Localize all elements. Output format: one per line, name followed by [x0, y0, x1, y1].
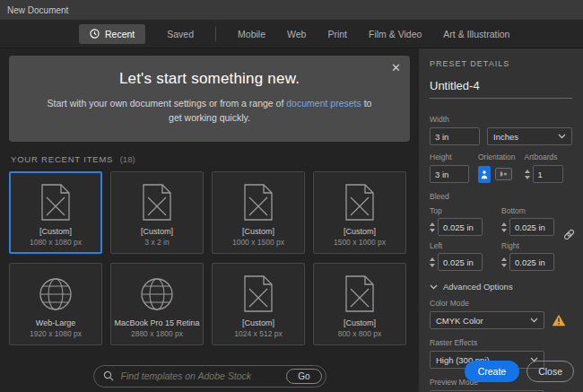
tab-saved[interactable]: Saved	[167, 29, 194, 39]
clock-icon	[90, 29, 100, 39]
window-title: New Document	[7, 5, 68, 15]
bleed-left-input[interactable]	[438, 253, 483, 271]
search-input[interactable]	[121, 370, 280, 381]
artboards-input[interactable]	[533, 165, 563, 183]
bleed-right-stepper[interactable]	[501, 257, 507, 267]
bleed-bottom-input[interactable]	[509, 218, 554, 236]
hero-subtitle: Start with your own document settings or…	[44, 97, 376, 126]
tab-print[interactable]: Print	[327, 29, 347, 39]
bleed-top-stepper[interactable]	[430, 222, 435, 232]
raster-effects-label: Raster Effects	[430, 338, 572, 347]
document-name-field[interactable]	[430, 77, 572, 99]
recent-item-card[interactable]: [Custom] 1080 x 1080 px	[9, 171, 102, 254]
recent-item-card[interactable]: MacBook Pro 15 Retina 2880 x 1800 px	[110, 263, 204, 345]
recent-item-card[interactable]: [Custom] 800 x 800 px	[313, 263, 406, 345]
bleed-bottom-stepper[interactable]	[501, 222, 507, 232]
window-titlebar: New Document	[0, 0, 583, 20]
document-presets-link[interactable]: document presets	[286, 98, 361, 109]
bleed-left-stepper[interactable]	[430, 257, 435, 267]
tab-recent[interactable]: Recent	[79, 24, 145, 44]
close-icon[interactable]: ✕	[391, 61, 401, 74]
recent-item-card[interactable]: [Custom] 1000 x 1500 px	[212, 171, 305, 254]
width-input[interactable]	[430, 127, 480, 145]
bleed-right-label: Right	[501, 241, 566, 250]
height-label: Height	[430, 152, 469, 161]
recent-item-card[interactable]: [Custom] 1500 x 1000 px	[313, 171, 406, 254]
globe-icon	[38, 274, 74, 314]
hero-banner: ✕ Let's start something new. Start with …	[9, 56, 410, 142]
chevron-down-icon	[530, 318, 538, 323]
bleed-bottom-label: Bottom	[501, 206, 566, 215]
tab-film-video[interactable]: Film & Video	[369, 29, 422, 39]
bleed-left-label: Left	[430, 241, 494, 250]
create-button[interactable]: Create	[465, 361, 520, 382]
bleed-top-label: Top	[430, 206, 494, 215]
tab-bar: Recent Saved Mobile Web Print Film & Vid…	[0, 20, 583, 48]
artboards-stepper[interactable]	[525, 170, 530, 179]
stock-search-row: Go	[0, 360, 419, 392]
orientation-landscape-button[interactable]	[495, 168, 512, 180]
link-bleed-values-icon[interactable]	[562, 228, 576, 241]
orientation-portrait-button[interactable]	[478, 166, 491, 183]
globe-icon	[139, 274, 175, 314]
tab-mobile[interactable]: Mobile	[238, 29, 265, 39]
preset-details-panel: PRESET DETAILS Width Inches Height Orien…	[419, 48, 583, 392]
stepper-down-icon[interactable]	[525, 176, 530, 179]
tab-art-illustration[interactable]: Art & Illustration	[443, 29, 509, 39]
recent-item-card[interactable]: [Custom] 1024 x 512 px	[212, 263, 305, 345]
units-dropdown[interactable]: Inches	[487, 127, 572, 145]
advanced-options-toggle[interactable]: Advanced Options	[430, 282, 572, 292]
document-icon	[243, 274, 274, 314]
height-input[interactable]	[430, 165, 469, 183]
search-icon	[103, 370, 114, 381]
recent-items-grid: [Custom] 1080 x 1080 px [Custom] 3 x 2 i…	[0, 171, 419, 345]
artboards-label: Artboards	[525, 152, 563, 161]
bleed-right-input[interactable]	[509, 253, 554, 271]
bleed-top-input[interactable]	[438, 218, 483, 236]
stepper-up-icon[interactable]	[525, 170, 530, 173]
chevron-down-icon	[558, 134, 566, 139]
recent-items-count: (18)	[120, 154, 135, 164]
document-icon	[344, 274, 375, 314]
chevron-down-icon	[430, 284, 438, 290]
recent-items-heading: YOUR RECENT ITEMS (18)	[11, 154, 408, 164]
width-label: Width	[430, 115, 572, 124]
hero-title: Let's start something new.	[9, 70, 410, 88]
recent-item-card[interactable]: [Custom] 3 x 2 in	[110, 171, 204, 254]
warning-icon	[552, 314, 566, 327]
color-mode-dropdown[interactable]: CMYK Color	[430, 311, 544, 329]
tab-web[interactable]: Web	[287, 29, 306, 39]
recent-item-card[interactable]: Web-Large 1920 x 1080 px	[9, 263, 102, 345]
go-button[interactable]: Go	[286, 369, 321, 384]
main-content: ✕ Let's start something new. Start with …	[0, 48, 419, 392]
document-icon	[142, 183, 172, 222]
bleed-label: Bleed	[430, 192, 572, 201]
tab-separator	[215, 27, 216, 41]
document-icon	[344, 183, 375, 222]
document-icon	[243, 183, 274, 222]
orientation-label: Orientation	[478, 152, 516, 161]
preset-details-heading: PRESET DETAILS	[430, 59, 572, 68]
color-mode-label: Color Mode	[430, 299, 572, 308]
close-button[interactable]: Close	[526, 361, 574, 382]
document-icon	[40, 183, 71, 222]
stock-search-box: Go	[93, 365, 326, 388]
